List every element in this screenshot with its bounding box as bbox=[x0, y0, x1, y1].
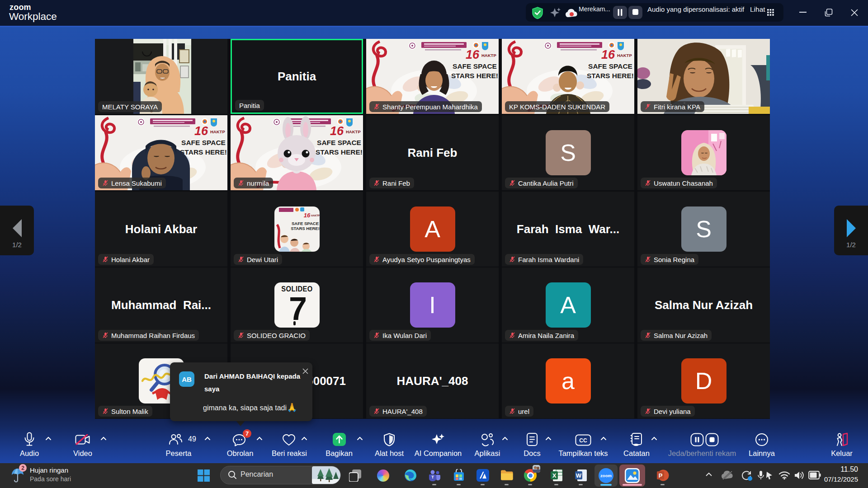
svg-text:STARS HERE!: STARS HERE! bbox=[180, 148, 227, 156]
svg-text:W: W bbox=[576, 472, 582, 479]
svg-text:HAKTP: HAKTP bbox=[617, 53, 632, 58]
svg-text:HAKTP: HAKTP bbox=[210, 129, 225, 134]
svg-text:STARS HERE!: STARS HERE! bbox=[291, 226, 320, 231]
svg-text:STARS HERE!: STARS HERE! bbox=[316, 148, 363, 156]
svg-text:HAKTP: HAKTP bbox=[311, 214, 320, 217]
svg-text:CC: CC bbox=[579, 437, 587, 444]
svg-text:16: 16 bbox=[303, 212, 310, 219]
svg-text:STARS HERE!: STARS HERE! bbox=[451, 72, 498, 80]
svg-text:SAFE SPACE: SAFE SPACE bbox=[317, 139, 361, 146]
svg-text:SAFE SPACE: SAFE SPACE bbox=[453, 62, 497, 70]
svg-text:SAFE SPACE: SAFE SPACE bbox=[181, 139, 226, 146]
svg-text:SAFE SPACE: SAFE SPACE bbox=[588, 62, 632, 70]
svg-text:P: P bbox=[659, 472, 663, 479]
svg-text:16: 16 bbox=[194, 124, 208, 138]
svg-text:16: 16 bbox=[466, 48, 480, 61]
svg-text:T: T bbox=[431, 475, 434, 479]
svg-text:STARS HERE!: STARS HERE! bbox=[587, 72, 634, 80]
svg-text:7: 7 bbox=[288, 291, 307, 327]
svg-text:X: X bbox=[552, 472, 557, 479]
svg-text:SAFE SPACE: SAFE SPACE bbox=[291, 221, 318, 226]
svg-text:HAKTP: HAKTP bbox=[481, 53, 496, 58]
svg-text:HAKTP: HAKTP bbox=[346, 129, 361, 134]
svg-text:16: 16 bbox=[601, 48, 615, 61]
svg-text:16: 16 bbox=[330, 124, 344, 138]
